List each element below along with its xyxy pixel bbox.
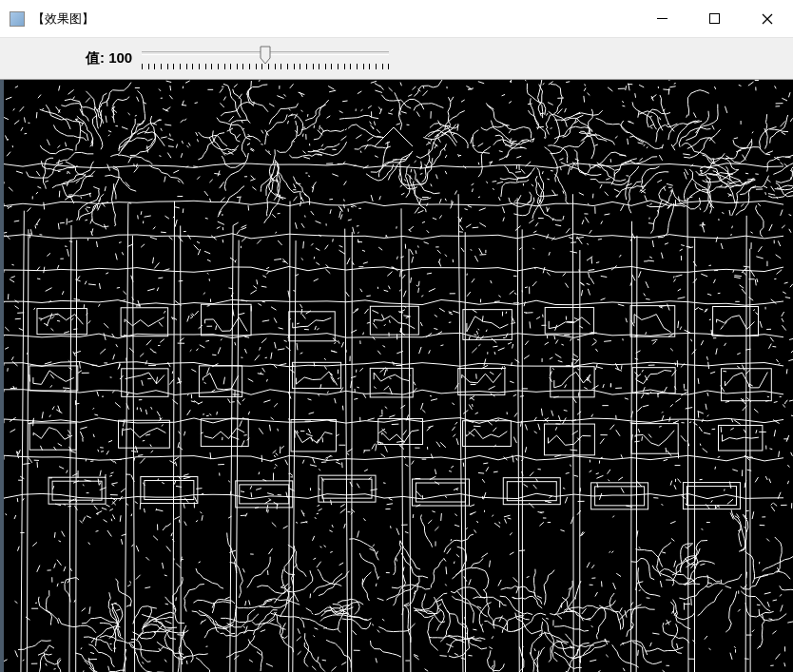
maximize-button[interactable] bbox=[688, 0, 741, 37]
app-icon bbox=[10, 11, 25, 27]
threshold-slider[interactable] bbox=[142, 43, 389, 75]
window-controls bbox=[636, 0, 793, 37]
close-button[interactable] bbox=[741, 0, 793, 37]
toolbar: 值: 100 bbox=[0, 38, 793, 80]
app-window: 【效果图】 值: 100 bbox=[0, 0, 793, 672]
titlebar: 【效果图】 bbox=[0, 0, 793, 38]
window-title: 【效果图】 bbox=[32, 10, 636, 28]
slider-thumb[interactable] bbox=[260, 46, 271, 65]
minimize-button[interactable] bbox=[636, 0, 688, 37]
threshold-label: 值: 100 bbox=[86, 49, 132, 67]
image-viewport bbox=[0, 80, 793, 672]
edge-image-canvas bbox=[4, 80, 793, 672]
svg-rect-1 bbox=[710, 14, 720, 24]
slider-ticks bbox=[142, 64, 389, 71]
